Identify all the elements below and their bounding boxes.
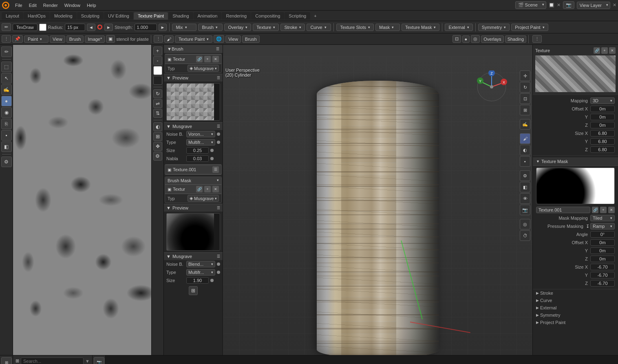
tool-draw[interactable]: ✏ bbox=[1, 46, 12, 57]
img-zoom-in[interactable]: + bbox=[153, 46, 162, 55]
rendered-btn[interactable]: ◎ bbox=[471, 35, 480, 43]
offset-x-value[interactable]: 0m bbox=[590, 106, 615, 112]
external-dropdown[interactable]: External bbox=[445, 24, 472, 31]
size-input-2[interactable]: 1.90 bbox=[186, 277, 209, 284]
external-collapse[interactable]: ▶ External bbox=[533, 304, 618, 311]
viewport-local-btn[interactable]: 🌐 bbox=[214, 35, 224, 43]
type-select-2[interactable]: ◈ Musgrave bbox=[188, 195, 219, 202]
texture-mask-dropdown[interactable]: Texture Mask bbox=[402, 24, 439, 31]
brush-mask-header[interactable]: Brush Mask ▾ bbox=[165, 177, 221, 184]
vp-render[interactable]: ◎ bbox=[520, 219, 530, 229]
noise-base-select-2[interactable]: Blend... bbox=[186, 261, 215, 267]
musgrave-options-1[interactable]: ☰ bbox=[217, 124, 220, 128]
tab-modeling[interactable]: Modeling bbox=[50, 12, 77, 20]
mapping-dropdown[interactable]: 3D bbox=[590, 97, 615, 104]
overlays-btn[interactable]: Overlays bbox=[481, 35, 503, 43]
texture-del-btn[interactable]: ✕ bbox=[609, 47, 616, 54]
mask-size-y-value[interactable]: -6.70 bbox=[590, 272, 615, 278]
tab-texturepaint[interactable]: Texture Paint bbox=[134, 12, 168, 20]
tab-hardops[interactable]: HardOps bbox=[24, 12, 50, 20]
texture-slots-dropdown[interactable]: Texture Slots bbox=[336, 24, 374, 31]
pressure-masking-dropdown[interactable]: Ramp bbox=[590, 223, 615, 229]
render-preview-btn[interactable]: 📷 bbox=[563, 1, 574, 9]
vp-camera[interactable]: 📷 bbox=[520, 205, 530, 215]
brush-name-display[interactable]: TexDraw bbox=[13, 24, 38, 31]
preview-options-2[interactable]: ☰ bbox=[217, 206, 220, 210]
texture-paint-label[interactable]: Texture Paint bbox=[175, 35, 212, 43]
nabla-input-1[interactable]: 0.03 bbox=[186, 155, 209, 162]
tab-compositing[interactable]: Compositing bbox=[251, 12, 284, 20]
menu-help[interactable]: Help bbox=[84, 2, 99, 9]
type-musgrave-select-2[interactable]: Multifr... bbox=[186, 269, 215, 276]
vp-paint[interactable]: 🖌 bbox=[520, 133, 530, 144]
img-strength[interactable]: ◐ bbox=[153, 122, 162, 131]
type-select-1[interactable]: ◈ Musgrave bbox=[188, 65, 219, 72]
img-size[interactable]: ⊞ bbox=[153, 132, 162, 141]
offset-y-value[interactable]: 0m bbox=[590, 114, 615, 120]
mask-offset-y-value[interactable]: 0m bbox=[590, 247, 615, 254]
texture-mask-name-input[interactable]: Texture.001 bbox=[536, 207, 590, 213]
img-flip-v[interactable]: ⇅ bbox=[153, 109, 162, 118]
vp-settings[interactable]: ⚙ bbox=[520, 170, 530, 181]
symmetry-dropdown[interactable]: Symmetry bbox=[478, 24, 510, 31]
props-render-btn[interactable]: 📷 bbox=[94, 357, 104, 364]
texture-mask-new[interactable]: + bbox=[600, 207, 607, 213]
viewport-editor-type[interactable]: ⋮ bbox=[154, 35, 163, 43]
material-preview-btn[interactable]: ● bbox=[462, 35, 470, 43]
mask-mapping-dropdown[interactable]: Tiled bbox=[590, 215, 615, 221]
size-input-1[interactable]: 0.25 bbox=[186, 147, 209, 154]
tab-rendering[interactable]: Rendering bbox=[222, 12, 251, 20]
vp-translate[interactable]: ✛ bbox=[520, 71, 530, 81]
size-y-value[interactable]: 6.80 bbox=[590, 138, 615, 145]
render-layer-toggle[interactable]: 🔲 bbox=[549, 2, 554, 8]
view-layer-selector[interactable]: View Layer ▾ bbox=[577, 2, 610, 9]
type-musgrave-select-1[interactable]: Multifr... bbox=[186, 139, 215, 146]
musgrave-header-2[interactable]: ▼ Musgrave ☰ bbox=[164, 252, 223, 260]
vp-eye[interactable]: 👁 bbox=[520, 193, 530, 204]
menu-window[interactable]: Window bbox=[62, 2, 83, 9]
img-flip-h[interactable]: ⇌ bbox=[153, 99, 162, 108]
grid-btn[interactable]: ⊞ bbox=[189, 286, 198, 295]
texture-paint-mode-btn[interactable]: 🖌 bbox=[164, 35, 174, 43]
view2-btn[interactable]: View bbox=[225, 35, 241, 43]
tool-fill[interactable]: ▪ bbox=[1, 130, 12, 141]
preview-options-1[interactable]: ☰ bbox=[217, 76, 220, 80]
mask-size-z-value[interactable]: -6.70 bbox=[590, 280, 615, 287]
mask-offset-z-value[interactable]: 0m bbox=[590, 256, 615, 262]
type-musgrave-dot-2[interactable] bbox=[217, 271, 220, 274]
size-z-value[interactable]: 6.80 bbox=[590, 146, 615, 153]
vp-mask[interactable]: ◧ bbox=[520, 182, 530, 192]
vp-rotate[interactable]: ↻ bbox=[520, 82, 530, 93]
noise-base-select-1[interactable]: Voron... bbox=[186, 131, 215, 137]
img-zoom-out[interactable]: - bbox=[153, 56, 162, 65]
nabla-dot-1[interactable] bbox=[210, 157, 214, 160]
size-dot-1[interactable] bbox=[210, 149, 214, 152]
project-paint-dropdown[interactable]: Project Paint bbox=[511, 24, 548, 31]
mask-offset-x-value[interactable]: 0m bbox=[590, 239, 615, 246]
texture-mask-link[interactable]: 🔗 bbox=[592, 207, 598, 213]
tool-cursor[interactable]: ↖ bbox=[1, 73, 12, 84]
tab-shading[interactable]: Shading bbox=[168, 12, 193, 20]
mask-dropdown[interactable]: Mask bbox=[375, 24, 400, 31]
texture-new-btn-1[interactable]: + bbox=[204, 56, 211, 62]
navigation-gizmo[interactable]: X Y Z bbox=[475, 71, 508, 103]
tab-scripting[interactable]: Scripting bbox=[285, 12, 310, 20]
mask-size-x-value[interactable]: -6.70 bbox=[590, 264, 615, 270]
close-scene-btn[interactable]: ✕ bbox=[557, 2, 561, 8]
musgrave-header-1[interactable]: ▼ Musgrave ☰ bbox=[164, 122, 223, 130]
brush-type-btn[interactable]: ✏ bbox=[2, 23, 11, 31]
texture2-options[interactable]: ☰ bbox=[212, 166, 219, 173]
musgrave-options-2[interactable]: ☰ bbox=[217, 254, 220, 258]
image-btn[interactable]: Image* bbox=[85, 35, 105, 43]
close-viewlayer-btn[interactable]: ✕ bbox=[613, 2, 616, 8]
project-paint-collapse[interactable]: ▶ Project Paint bbox=[533, 319, 618, 326]
offset-z-value[interactable]: 0m bbox=[590, 122, 615, 128]
symmetry-collapse[interactable]: ▶ Symmetry bbox=[533, 311, 618, 319]
size-dot-2[interactable] bbox=[210, 279, 214, 282]
tool-settings[interactable]: ⚙ bbox=[1, 157, 12, 167]
brush-section-header[interactable]: ▼ Brush ☰ bbox=[164, 45, 223, 53]
texture-mask-del[interactable]: ✕ bbox=[608, 207, 615, 213]
editor-type-btn[interactable]: ⋮ bbox=[2, 35, 11, 43]
display-mode-btn[interactable]: ▣ bbox=[106, 35, 115, 43]
blend-mode-dropdown[interactable]: Mix bbox=[172, 24, 196, 31]
